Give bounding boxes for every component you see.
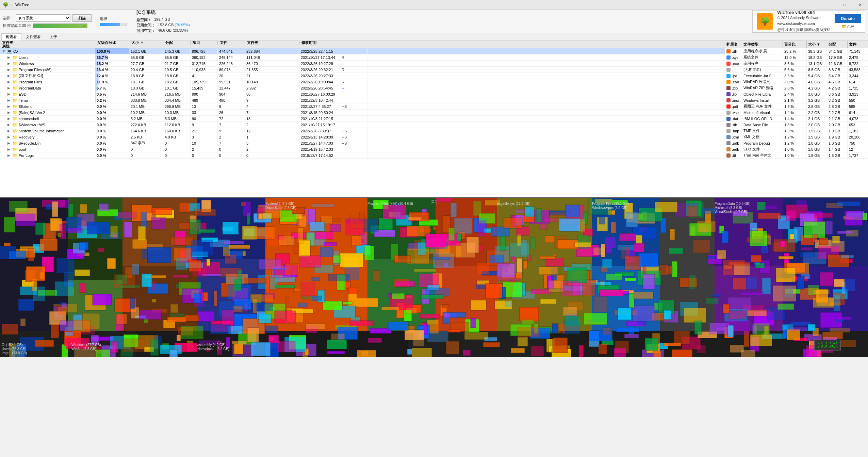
ext-row[interactable]: .pdb Program Debug 1.2 % 1.8 GB 1.8 GB 7…: [725, 140, 868, 146]
tab-files[interactable]: 文件查看: [21, 33, 45, 40]
ext-col-pct[interactable]: 百分比: [783, 41, 807, 48]
expand-icon[interactable]: ▶: [7, 55, 12, 59]
ext-col-files[interactable]: 文件: [848, 41, 868, 48]
drive-select[interactable]: [C:] 系统: [16, 14, 70, 22]
treemap-svg[interactable]: C: (152.1 GB)Users (55.8 GB)Imgr... (73.…: [0, 198, 868, 357]
donate-button[interactable]: Donate: [835, 14, 861, 23]
col-folders[interactable]: 文件夹: [245, 41, 299, 45]
tree-row[interactable]: ▶ 📁 Users 36.7 % 55.8 GB 55.6 GB 360,192…: [0, 54, 725, 61]
svg-rect-234: [301, 282, 315, 298]
svg-rect-676: [837, 201, 861, 206]
tree-row[interactable]: ▶ 📁 PerfLogs 0.0 % 0 0 0 0 0 2019/12/7 1…: [0, 152, 725, 159]
tree-row[interactable]: ▶ 📁 System Volume Information 0.0 % 154.…: [0, 128, 725, 134]
cell-folders: 2,992: [245, 85, 299, 91]
expand-icon[interactable]: ▼: [2, 49, 6, 53]
ext-col-type[interactable]: 文件类型: [742, 41, 783, 48]
cell-files: 249,144: [218, 54, 245, 60]
ext-row[interactable]: .jar Executable Jar Fi 3.5 % 5.4 GB 5.4 …: [725, 73, 868, 79]
ext-row[interactable]: .pdf 看图王 PDF 文件 1.9 % 2.8 GB 2.8 GB 588: [725, 103, 868, 110]
tree-row[interactable]: ▼ 💻 C:\ 100.0 % 152.1 GB 145.3 GB 906,72…: [0, 48, 725, 54]
svg-rect-100: [511, 256, 515, 262]
expand-icon[interactable]: ▶: [7, 92, 12, 96]
ext-col-name[interactable]: 扩展名: [725, 41, 742, 48]
cell-size: 18.8 GB: [129, 73, 163, 79]
svg-rect-648: [728, 311, 746, 319]
ext-row[interactable]: .msi Windows Installi 2.1 % 3.2 GB 3.2 G…: [725, 97, 868, 103]
expand-icon[interactable]: ▶: [7, 86, 12, 90]
tree-row[interactable]: ▶ 📁 chromeshell 0.0 % 5.2 MB 5.3 MB 90 7…: [0, 116, 725, 122]
close-btn[interactable]: ✕: [852, 0, 868, 10]
expand-icon[interactable]: ▶: [7, 153, 12, 157]
tree-row[interactable]: ▶ 📁 $Extend 0.0 % 20.1 MB 296.9 MB 13 9 …: [0, 103, 725, 110]
expand-icon[interactable]: ▶: [7, 111, 12, 114]
tab-about[interactable]: 关于: [45, 33, 62, 40]
expand-icon[interactable]: ▶: [7, 68, 12, 71]
col-alloc[interactable]: 分配: [163, 41, 191, 45]
tree-row[interactable]: ▶ 📁 [20 文件在 C:\] 12.4 % 18.8 GB 18.8 GB …: [0, 73, 725, 79]
svg-rect-521: [796, 200, 807, 207]
ext-col-size[interactable]: 大小 ▼: [807, 41, 827, 48]
tree-row[interactable]: ▶ 📁 Recovery 0.0 % 2.5 KB 4.0 KB 3 2 1 2…: [0, 134, 725, 140]
tree-row[interactable]: ▶ 📁 $Recycle.Bin 0.0 % 847 字节 0 10 7 3 2…: [0, 140, 725, 146]
minimize-btn[interactable]: —: [821, 0, 837, 10]
col-items[interactable]: 项目: [191, 41, 218, 45]
expand-icon[interactable]: ▶: [7, 141, 12, 145]
ext-row[interactable]: .edb EDB 文件 1.0 % 1.5 GB 1.4 GB 12: [725, 146, 868, 152]
svg-rect-559: [536, 209, 542, 222]
tab-tree[interactable]: 树查看: [1, 33, 21, 40]
scan-button[interactable]: 扫描: [72, 14, 92, 22]
svg-rect-135: [223, 241, 244, 244]
tree-row[interactable]: ▶ 📁 Windows 18.2 % 27.7 GB 21.7 GB 312,7…: [0, 61, 725, 67]
tree-row[interactable]: ▶ 📁 ProgramData 6.7 % 10.3 GB 10.1 GB 15…: [0, 85, 725, 91]
tree-row[interactable]: ▶ 📁 Program Files (x86) 13.4 % 20.4 GB 1…: [0, 67, 725, 73]
tree-row[interactable]: ▶ 📁 Temp 0.2 % 333.8 MB 334.4 MB 489 480…: [0, 97, 725, 103]
ext-row[interactable]: (无扩展名) 5.6 % 8.5 GB 8.8 GB 43,583: [725, 67, 868, 73]
svg-rect-355: [801, 247, 813, 250]
svg-rect-530: [693, 240, 710, 253]
col-modified[interactable]: 修改时间: [299, 41, 340, 45]
expand-icon[interactable]: ▶: [7, 123, 12, 127]
tree-row[interactable]: ▶ 📁 [Saier]SAI Ver.2 0.0 % 10.2 MB 10.3 …: [0, 110, 725, 116]
expand-icon[interactable]: ▶: [7, 62, 12, 65]
treemap-container[interactable]: [C:\] C: (152.1 GB)Users (55.8 GB)Imgr..…: [0, 197, 868, 357]
tree-row[interactable]: ▶ 📁 $Windows.~WS 0.0 % 272.0 KB 112.0 KB…: [0, 122, 725, 128]
maximize-btn[interactable]: □: [837, 0, 852, 10]
expand-icon[interactable]: ▶: [7, 74, 12, 78]
expand-icon[interactable]: ▶: [7, 104, 12, 108]
ext-row[interactable]: .lib Object File Libra 2.4 % 3.6 GB 3.6 …: [725, 91, 868, 97]
expand-icon[interactable]: ▶: [7, 135, 12, 139]
svg-rect-753: [80, 204, 87, 213]
ext-row[interactable]: .sys 系统文件 12.0 % 18.2 GB 17.9 GB 2,479: [725, 54, 868, 61]
expand-icon[interactable]: ▶: [7, 80, 12, 84]
ext-row[interactable]: .ttf TrueType 字体文 1.0 % 1.5 GB 1.5 GB 1,…: [725, 152, 868, 159]
tree-row[interactable]: ▶ 📁 ESD 0.5 % 714.6 MB 716.5 MB 990 904 …: [0, 91, 725, 97]
col-size[interactable]: 大小 ▼: [129, 41, 163, 45]
ext-row[interactable]: .zip WinRAR ZIP 压缩 2.8 % 4.2 GB 4.2 GB 1…: [725, 85, 868, 91]
ext-row[interactable]: .exe 应用程序 8.6 % 13.1 GB 12.6 GB 8,722: [725, 61, 868, 67]
tree-body[interactable]: ▼ 💻 C:\ 100.0 % 152.1 GB 145.3 GB 906,72…: [0, 48, 725, 197]
svg-rect-825: [486, 283, 502, 298]
ext-row[interactable]: .xml XML 文档 1.2 % 1.9 GB 1.9 GB 20,106: [725, 134, 868, 140]
col-pct[interactable]: 父级百分比: [95, 41, 129, 45]
ext-row[interactable]: .vsix Microsoft Visual 1.4 % 2.2 GB 2.2 …: [725, 110, 868, 116]
ext-row[interactable]: .cab WinRAR 压缩文 3.0 % 4.6 GB 4.6 GB 614: [725, 79, 868, 85]
ext-row[interactable]: .tmp TMP 文件 1.3 % 1.9 GB 1.9 GB 1,182: [725, 128, 868, 134]
col-folder[interactable]: 文件夹: [0, 41, 95, 45]
expand-icon[interactable]: ▶: [7, 129, 12, 133]
col-files[interactable]: 文件: [218, 41, 245, 45]
tree-row[interactable]: ▶ 📁 pool 0.0 % 0 0 2 0 2 2021/4/19 15:42…: [0, 146, 725, 152]
ext-col-alloc[interactable]: 分配: [827, 41, 848, 48]
ext-color: [726, 62, 731, 66]
svg-rect-496: [733, 278, 746, 290]
expand-icon[interactable]: ▶: [7, 117, 12, 120]
svg-rect-693: [837, 231, 853, 234]
expand-icon[interactable]: ▶: [7, 98, 12, 102]
ext-body[interactable]: .dll 应用程序/扩展 25.2 % 38.3 GB 34.1 GB 71,1…: [725, 48, 868, 197]
expand-icon[interactable]: ▶: [7, 147, 12, 151]
ext-row[interactable]: .dll 应用程序/扩展 25.2 % 38.3 GB 34.1 GB 71,1…: [725, 48, 868, 54]
ext-cell-size: 18.2 GB: [807, 54, 827, 60]
ext-row[interactable]: .dat IBM ILOG OPL D 1.4 % 2.1 GB 2.1 GB …: [725, 116, 868, 122]
ext-row[interactable]: .db Data Base File 1.3 % 2.0 GB 2.0 GB 6…: [725, 122, 868, 128]
col-attr[interactable]: 属性: [0, 45, 95, 48]
tree-row[interactable]: ▶ 📁 Program Files 11.9 % 18.1 GB 18.2 GB…: [0, 79, 725, 85]
